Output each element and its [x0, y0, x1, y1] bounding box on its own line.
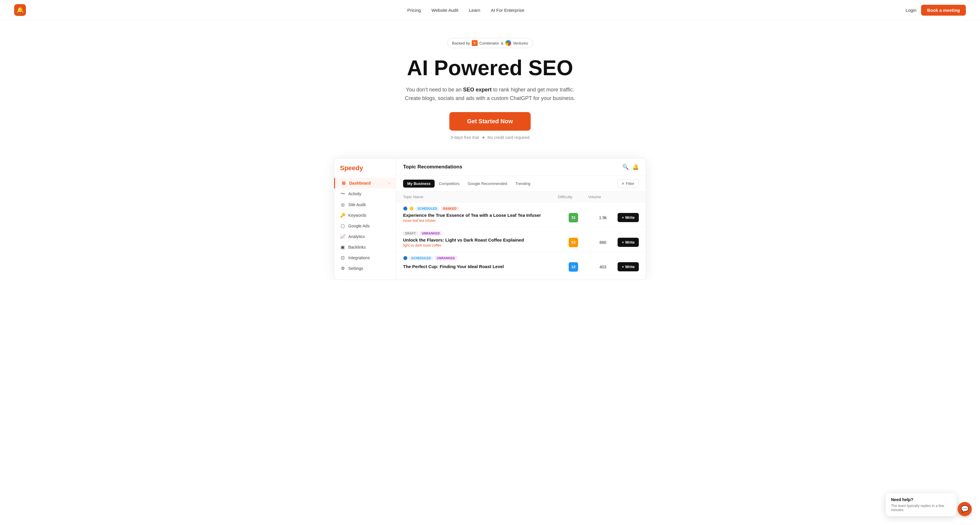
topic-name-col: Unlock the Flavors: Light vs Dark Roast … — [403, 238, 569, 247]
nav-links: Pricing Website Audit Learn AI For Enter… — [407, 8, 524, 13]
sidebar-item-label: Google Ads — [348, 223, 369, 228]
tag-icon-fb2: 🔵 — [403, 256, 407, 260]
nav-right: Login Book a meeting — [906, 5, 966, 16]
plus-icon: + — [622, 215, 624, 220]
plus-icon: + — [622, 240, 624, 244]
write-button[interactable]: + Write — [617, 262, 639, 271]
sidebar-item-dashboard[interactable]: ⊞ Dashboard › — [334, 178, 396, 188]
refresh-icon[interactable]: 🔔 — [632, 164, 639, 170]
th-name: Topic Name — [403, 195, 550, 199]
volume-value: 880 — [588, 240, 617, 245]
no-card-text: No credit card required — [488, 135, 530, 140]
trial-text: 3-days free trial — [450, 135, 479, 140]
write-label: Write — [625, 240, 635, 244]
tab-my-business[interactable]: My Business — [403, 180, 434, 188]
hero-section: Backed by Y Combinator & Ventures AI Pow… — [0, 20, 980, 152]
topic-name-col: Experience the True Essence of Tea with … — [403, 213, 569, 223]
difficulty-badge: 53 — [569, 238, 578, 247]
sub2-text: Create blogs, socials and ads with a cus… — [405, 95, 575, 101]
nav-link-audit[interactable]: Website Audit — [431, 8, 458, 13]
sidebar-item-analytics[interactable]: 📈 Analytics — [334, 231, 396, 242]
badge-text: Backed by — [452, 41, 470, 45]
navbar: 🔔 Pricing Website Audit Learn AI For Ent… — [0, 0, 980, 20]
sidebar-item-label: Settings — [348, 266, 363, 271]
sidebar-item-settings[interactable]: ⚙ Settings — [334, 263, 396, 274]
integrations-icon: ⊡ — [340, 255, 345, 260]
topic-tags: DRAFT UNRANKED — [403, 231, 639, 236]
nav-link-pricing[interactable]: Pricing — [407, 8, 421, 13]
sidebar-item-site-audit[interactable]: ◎ Site Audit — [334, 199, 396, 210]
activity-icon: 〜 — [340, 191, 345, 197]
sub1-bold: SEO expert — [463, 87, 492, 93]
topic-keyword: loose leaf tea infuser — [403, 219, 569, 223]
nav-link-learn[interactable]: Learn — [469, 8, 480, 13]
main-header: Topic Recommendations 🔍 🔔 — [396, 158, 646, 176]
logo-icon: 🔔 — [16, 6, 24, 14]
app-preview: Speedy ⊞ Dashboard › 〜 Activity ◎ Site A… — [334, 158, 646, 280]
sidebar-logo: Speedy — [334, 164, 396, 178]
sub1-rest: to rank higher and get more traffic. — [493, 87, 574, 93]
and-label: & — [501, 41, 504, 45]
tag-unranked: UNRANKED — [420, 231, 442, 236]
nav-link-enterprise[interactable]: AI For Enterprise — [491, 8, 524, 13]
sidebar-item-label: Analytics — [348, 234, 365, 239]
main-title: Topic Recommendations — [403, 164, 462, 170]
topic-tags: 🔵 🟡 SCHEDULED RANKED — [403, 206, 639, 211]
logo[interactable]: 🔔 — [14, 4, 26, 16]
hero-headline: AI Powered SEO — [7, 56, 973, 80]
topic-name: The Perfect Cup: Finding Your Ideal Roas… — [403, 264, 569, 269]
sidebar-item-google-ads[interactable]: ▢ Google Ads — [334, 220, 396, 231]
sidebar-item-label: Site Audit — [348, 202, 366, 207]
th-difficulty[interactable]: Difficulty — [550, 195, 580, 199]
yc-icon: Y — [472, 40, 477, 46]
sub1-text: You don't need to be an — [406, 87, 462, 93]
write-button[interactable]: + Write — [617, 213, 639, 222]
tag-draft: DRAFT — [403, 231, 418, 236]
sidebar-item-label: Dashboard — [349, 181, 371, 185]
write-label: Write — [625, 215, 635, 220]
table-row: DRAFT UNRANKED Unlock the Flavors: Light… — [396, 227, 646, 252]
difficulty-badge: 31 — [569, 213, 578, 222]
sidebar-item-integrations[interactable]: ⊡ Integrations — [334, 252, 396, 263]
tab-trending[interactable]: Trending — [511, 180, 535, 188]
topic-tags: 🔵 SCHEDULED UNRANKED — [403, 256, 639, 260]
site-audit-icon: ◎ — [340, 202, 345, 207]
volume-value: 1.9k — [588, 215, 617, 220]
tab-google-recommended[interactable]: Google Recommended — [464, 180, 512, 188]
table-row: 🔵 SCHEDULED UNRANKED The Perfect Cup: Fi… — [396, 252, 646, 276]
login-button[interactable]: Login — [906, 8, 916, 13]
keywords-icon: 🔑 — [340, 213, 345, 218]
tag-scheduled2: SCHEDULED — [409, 256, 433, 260]
backlinks-icon: ▣ — [340, 244, 345, 250]
ventures-label: Ventures — [513, 41, 528, 45]
th-volume[interactable]: Volume — [580, 195, 609, 199]
book-meeting-button[interactable]: Book a meeting — [921, 5, 966, 16]
spark-icon: ✦ — [482, 135, 485, 140]
tag-ranked: RANKED — [441, 206, 459, 211]
table-header: Topic Name Difficulty Volume — [396, 192, 646, 202]
write-button[interactable]: + Write — [617, 238, 639, 247]
search-icon[interactable]: 🔍 — [622, 164, 629, 170]
main-panel: Topic Recommendations 🔍 🔔 My Business Co… — [396, 158, 646, 279]
chevron-right-icon: › — [389, 181, 390, 185]
tag-icon-facebook: 🔵 — [403, 206, 407, 211]
cta-note: 3-days free trial ✦ No credit card requi… — [7, 135, 973, 140]
google-ads-icon: ▢ — [340, 223, 345, 228]
sidebar-item-backlinks[interactable]: ▣ Backlinks — [334, 242, 396, 252]
tab-competitors[interactable]: Competitors — [434, 180, 463, 188]
tabs-bar: My Business Competitors Google Recommend… — [396, 176, 646, 192]
write-label: Write — [625, 265, 635, 269]
sidebar-item-label: Activity — [348, 191, 361, 196]
dashboard-icon: ⊞ — [341, 180, 346, 186]
google-icon — [505, 40, 511, 46]
topic-name: Experience the True Essence of Tea with … — [403, 213, 569, 218]
cta-button[interactable]: Get Started Now — [449, 112, 531, 131]
combinator-label: Combinator — [479, 41, 499, 45]
topic-row-body: Experience the True Essence of Tea with … — [403, 213, 639, 223]
sidebar-item-keywords[interactable]: 🔑 Keywords — [334, 210, 396, 220]
sidebar-item-activity[interactable]: 〜 Activity — [334, 188, 396, 199]
topic-name-col: The Perfect Cup: Finding Your Ideal Roas… — [403, 264, 569, 270]
topic-row-body: Unlock the Flavors: Light vs Dark Roast … — [403, 238, 639, 247]
filter-button[interactable]: ≡ Filter — [617, 179, 639, 188]
analytics-icon: 📈 — [340, 234, 345, 239]
